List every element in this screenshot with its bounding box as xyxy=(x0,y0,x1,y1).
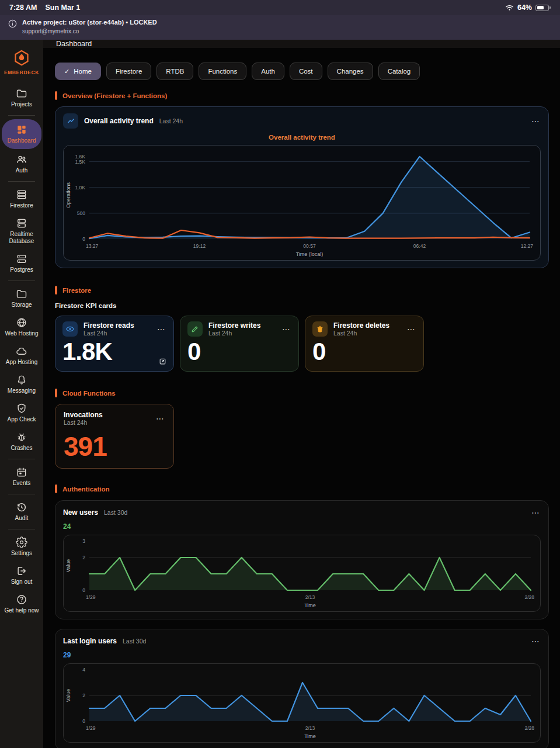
page-header: Dashboard xyxy=(43,40,560,48)
sidebar-item-sign-out[interactable]: Sign out xyxy=(2,562,41,589)
server-icon xyxy=(16,217,27,229)
sidebar-item-label: Dashboard xyxy=(8,137,36,144)
sidebar-item-events[interactable]: Events xyxy=(2,463,41,490)
svg-text:12:27: 12:27 xyxy=(521,243,534,249)
info-icon xyxy=(8,19,17,28)
tab-label: Functions xyxy=(208,68,237,75)
dashboard-grid-icon xyxy=(16,124,27,136)
tab-cost[interactable]: Cost xyxy=(290,63,322,80)
divider xyxy=(8,459,35,459)
sidebar-item-postgres[interactable]: Postgres xyxy=(2,250,41,277)
sidebar-item-get-help[interactable]: Get help now xyxy=(2,590,41,618)
tab-catalog[interactable]: Catalog xyxy=(378,63,420,80)
tab-label: Auth xyxy=(261,68,275,75)
more-menu-button[interactable]: ⋯ xyxy=(156,324,166,334)
more-menu-button[interactable]: ⋯ xyxy=(530,507,541,518)
sidebar-item-label: Crashes xyxy=(11,445,32,452)
svg-text:1.5K: 1.5K xyxy=(75,159,86,165)
card-title: New users xyxy=(63,508,98,517)
sidebar-item-label: Realtime Database xyxy=(3,231,40,245)
folder-icon xyxy=(16,288,27,300)
new-users-value: 24 xyxy=(63,522,541,531)
sidebar-item-audit[interactable]: Audit xyxy=(2,498,41,525)
sidebar-item-auth[interactable]: Auth xyxy=(2,150,41,178)
section-authentication: Authentication xyxy=(55,484,549,493)
section-accent-bar xyxy=(55,91,57,100)
kpi-range: Last 24h xyxy=(208,330,260,337)
kpi-value: 0 xyxy=(187,340,291,364)
globe-icon xyxy=(16,317,27,328)
folder-icon xyxy=(16,88,27,99)
more-menu-button[interactable]: ⋯ xyxy=(530,116,541,126)
eye-icon xyxy=(62,321,78,337)
section-title: Cloud Functions xyxy=(62,390,116,397)
status-bar: 7:28 AM Sun Mar 1 64% xyxy=(0,0,560,15)
sidebar-item-app-check[interactable]: App Check xyxy=(2,399,41,427)
sidebar-item-label: Audit xyxy=(15,515,29,522)
tab-changes[interactable]: Changes xyxy=(328,63,373,80)
kpi-title: Firestore deletes xyxy=(333,321,389,330)
svg-text:Value: Value xyxy=(65,559,71,572)
sidebar-item-storage[interactable]: Storage xyxy=(2,285,41,312)
database-rows-icon xyxy=(16,189,27,200)
section-accent-bar xyxy=(55,286,57,295)
svg-text:13:27: 13:27 xyxy=(86,243,99,249)
clock-date: Sun Mar 1 xyxy=(45,4,80,12)
tab-label: Home xyxy=(74,68,92,75)
card-range: Last 24h xyxy=(159,117,183,124)
card-title: Overall activity trend xyxy=(84,117,154,125)
users-icon xyxy=(16,154,27,165)
tab-label: Catalog xyxy=(388,68,411,75)
tab-bar: ✓ Home Firestore RTDB Functions Auth Cos… xyxy=(55,63,549,80)
section-accent-bar xyxy=(55,389,57,397)
firestore-kpi-label: Firestore KPI cards xyxy=(55,302,549,309)
expand-icon[interactable] xyxy=(158,356,168,366)
svg-text:3: 3 xyxy=(82,538,85,544)
card-range: Last 30d xyxy=(104,509,127,516)
sidebar-item-crashes[interactable]: Crashes xyxy=(2,428,41,455)
card-title: Last login users xyxy=(63,637,117,645)
sidebar-item-dashboard[interactable]: Dashboard xyxy=(2,119,41,149)
overall-activity-card: Overall activity trend Last 24h ⋯ Overal… xyxy=(55,106,549,268)
more-menu-button[interactable]: ⋯ xyxy=(281,324,291,334)
sidebar-item-label: Sign out xyxy=(11,579,33,586)
help-circle-icon xyxy=(16,594,27,605)
history-icon xyxy=(16,501,27,513)
card-title: Invocations xyxy=(64,411,103,419)
sidebar-item-settings[interactable]: Settings xyxy=(2,533,41,560)
app-logo: EMBERDECK xyxy=(4,49,39,75)
section-firestore: Firestore xyxy=(55,286,549,295)
active-project-banner: Active project: uStor (stor-e44ab) • LOC… xyxy=(0,15,560,40)
tab-label: RTDB xyxy=(166,68,184,75)
tab-home[interactable]: ✓ Home xyxy=(55,63,101,80)
tab-auth[interactable]: Auth xyxy=(252,63,284,80)
sidebar-item-app-hosting[interactable]: App Hosting xyxy=(2,342,41,369)
sidebar-item-label: Web Hosting xyxy=(5,330,38,337)
content: ✓ Home Firestore RTDB Functions Auth Cos… xyxy=(43,48,560,748)
tab-firestore[interactable]: Firestore xyxy=(106,63,151,80)
divider xyxy=(8,494,35,494)
card-range: Last 24h xyxy=(64,419,103,426)
sidebar-item-web-hosting[interactable]: Web Hosting xyxy=(2,313,41,341)
kpi-title: Firestore reads xyxy=(84,321,134,330)
firestore-deletes-card: Firestore deletes Last 24h ⋯ 0 xyxy=(305,316,424,372)
sidebar-item-label: App Check xyxy=(8,416,36,423)
section-overview: Overview (Firestore + Functions) xyxy=(55,91,549,100)
tab-rtdb[interactable]: RTDB xyxy=(156,63,193,80)
sidebar-item-label: Firestore xyxy=(10,202,33,209)
sidebar-item-projects[interactable]: Projects xyxy=(2,84,41,112)
sidebar-item-firestore[interactable]: Firestore xyxy=(2,185,41,213)
banner-subtitle: support@mymetrix.co xyxy=(22,27,157,35)
kpi-range: Last 24h xyxy=(333,330,389,337)
sidebar-item-realtime-database[interactable]: Realtime Database xyxy=(2,214,41,248)
battery-icon xyxy=(535,5,549,11)
tab-functions[interactable]: Functions xyxy=(199,63,246,80)
svg-text:1/29: 1/29 xyxy=(86,725,96,731)
more-menu-button[interactable]: ⋯ xyxy=(155,413,165,424)
bell-icon xyxy=(16,374,27,386)
more-menu-button[interactable]: ⋯ xyxy=(406,324,416,334)
sidebar-item-messaging[interactable]: Messaging xyxy=(2,370,41,398)
banner-title: Active project: uStor (stor-e44ab) • LOC… xyxy=(22,18,157,27)
more-menu-button[interactable]: ⋯ xyxy=(530,636,541,646)
chart-title: Overall activity trend xyxy=(63,134,541,141)
